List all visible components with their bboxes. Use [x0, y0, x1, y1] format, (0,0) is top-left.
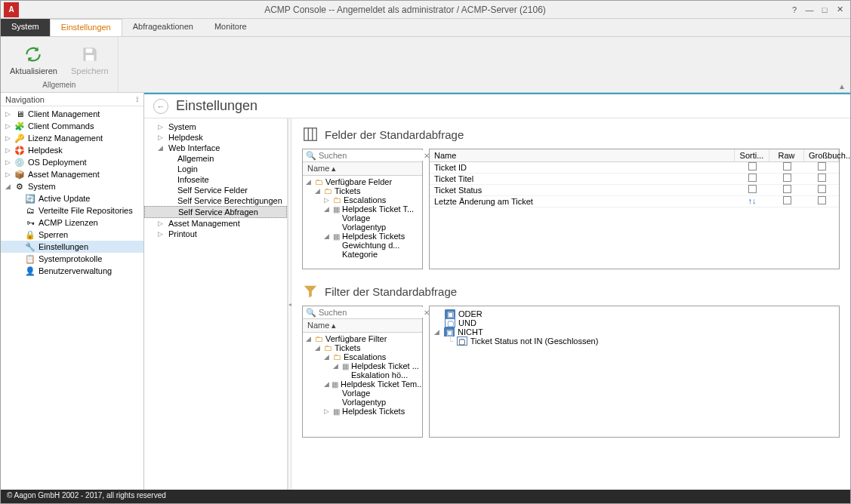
nav-item-client-commands[interactable]: ▷🧩Client Commands	[1, 120, 143, 132]
filter-tree-box: 🔍 ✕ Name ▴ ◢🗀Verfügbare Filter◢🗀Tickets◢…	[302, 306, 423, 438]
nav-item-asset-management[interactable]: ▷📦Asset Management	[1, 168, 143, 180]
tree-node[interactable]: ◢▦Helpdesk Tickets	[304, 232, 421, 241]
tree-node[interactable]: Vorlagentyp	[304, 398, 421, 407]
nav-subitem-benutzerverwaltung[interactable]: 👤Benutzerverwaltung	[1, 265, 143, 277]
grid-col-gross[interactable]: Großbuch...	[804, 149, 839, 161]
tree-node[interactable]: ▷▦Helpdesk Tickets	[304, 407, 421, 416]
tree-node[interactable]: Kategorie	[304, 250, 421, 259]
nav-subitem-einstellungen[interactable]: 🔧Einstellungen	[1, 241, 143, 253]
page-title: Einstellungen	[176, 98, 257, 114]
filter-col-header[interactable]: Name ▴	[303, 319, 422, 333]
filter-expression-box: ▣ ODER ▢ UND ◢ ▣ NICHT	[429, 306, 840, 438]
tree-node[interactable]: ◢▦Helpdesk Ticket T...	[304, 204, 421, 214]
save-label: Speichern	[71, 66, 109, 75]
nav-item-os-deployment[interactable]: ▷💿OS Deployment	[1, 156, 143, 168]
subtree-infoseite[interactable]: Infoseite	[144, 174, 287, 185]
filter-search-input[interactable]	[318, 307, 424, 318]
grid-row[interactable]: Ticket ID	[430, 162, 839, 174]
nav-item-lizenz-management[interactable]: ▷🔑Lizenz Management	[1, 132, 143, 144]
tree-node[interactable]: ◢▦Helpdesk Ticket ...	[304, 361, 421, 370]
nav-item-system[interactable]: ◢⚙System	[1, 180, 143, 192]
nav-subitem-active-update[interactable]: 🔄Active Update	[1, 192, 143, 204]
tree-node[interactable]: Vorlagentyp	[304, 223, 421, 232]
nav-subitem-sperren[interactable]: 🔒Sperren	[1, 229, 143, 241]
subtree-helpdesk[interactable]: ▷Helpdesk	[144, 132, 287, 143]
filter-op-oder[interactable]: ▣ ODER	[433, 309, 836, 318]
tree-node[interactable]: ◢🗀Escalations	[304, 352, 421, 361]
subtree-system[interactable]: ▷System	[144, 121, 287, 132]
section-felder: Felder der Standardabfrage 🔍 ✕ Name ▴ ◢🗀…	[302, 126, 840, 269]
subtree-login[interactable]: Login	[144, 164, 287, 174]
section-title-filter: Filter der Standardabfrage	[325, 285, 457, 298]
subtree-asset-management[interactable]: ▷Asset Management	[144, 218, 287, 229]
refresh-label: Aktualisieren	[10, 66, 57, 75]
tab-einstellungen[interactable]: Einstellungen	[50, 19, 122, 36]
subtree-web-interface[interactable]: ◢Web Interface	[144, 143, 287, 153]
refresh-button[interactable]: Aktualisieren	[5, 42, 62, 77]
content-area: ← Einstellungen ▷System▷Helpdesk◢Web Int…	[144, 93, 850, 490]
subtree-printout[interactable]: ▷Printout	[144, 229, 287, 239]
section-title-felder: Felder der Standardabfrage	[325, 128, 464, 141]
svg-rect-0	[85, 48, 92, 52]
nav-subitem-systemprotokolle[interactable]: 📋Systemprotokolle	[1, 253, 143, 265]
filter-op-und[interactable]: ▢ UND	[433, 318, 836, 327]
tree-node[interactable]: ◢▦Helpdesk Ticket Tem...	[304, 380, 421, 389]
app-logo: A	[4, 2, 19, 17]
tree-node[interactable]: ▷🗀Escalations	[304, 195, 421, 204]
grid-col-name[interactable]: Name	[430, 149, 735, 161]
refresh-icon	[23, 44, 44, 65]
felder-search-input[interactable]	[318, 150, 424, 161]
maximize-icon[interactable]: □	[819, 4, 831, 16]
subtree-self-service-berechtigungen[interactable]: Self Service Berechtigungen	[144, 195, 287, 206]
felder-grid: Name Sorti... Raw Großbuch... Ticket IDT…	[429, 149, 840, 269]
tree-node[interactable]: Gewichtung d...	[304, 241, 421, 250]
nav-subitem-verteilte-file-repositories[interactable]: 🗂Verteilte File Repositories	[1, 204, 143, 217]
tree-node[interactable]: Vorlage	[304, 389, 421, 398]
nav-item-helpdesk[interactable]: ▷🛟Helpdesk	[1, 144, 143, 156]
tree-node[interactable]: ◢🗀Tickets	[304, 343, 421, 352]
nav-subitem-acmp-lizenzen[interactable]: 🗝ACMP Lizenzen	[1, 217, 143, 229]
grid-col-sort[interactable]: Sorti...	[735, 149, 769, 161]
grid-row[interactable]: Letzte Änderung am Ticket↑↓	[430, 196, 839, 207]
subtree-self-service-abfragen[interactable]: Self Service Abfragen	[144, 206, 287, 218]
tree-node[interactable]: ◢🗀Tickets	[304, 186, 421, 195]
felder-col-header[interactable]: Name ▴	[303, 162, 422, 176]
filter-op-nicht[interactable]: ◢ ▣ NICHT	[433, 327, 836, 337]
grid-col-raw[interactable]: Raw	[769, 149, 804, 161]
tab-monitore[interactable]: Monitore	[204, 19, 257, 36]
save-button[interactable]: Speichern	[66, 42, 113, 77]
minimize-icon[interactable]: —	[803, 4, 816, 16]
tree-node[interactable]: Eskalation hö...	[304, 370, 421, 380]
tree-node[interactable]: ◢🗀Verfügbare Felder	[304, 177, 421, 186]
pin-icon[interactable]: ⟟	[136, 95, 139, 104]
svg-rect-1	[85, 55, 94, 61]
funnel-icon	[302, 283, 319, 300]
ribbon: Aktualisieren Speichern Allgemein ▲	[1, 37, 850, 93]
subtree-self-service-felder[interactable]: Self Service Felder	[144, 185, 287, 195]
tree-node[interactable]: ◢🗀Verfügbare Filter	[304, 334, 421, 343]
status-footer: © Aagon GmbH 2002 - 2017, all rights res…	[1, 490, 850, 503]
navigation-title: Navigation	[5, 95, 45, 104]
search-icon: 🔍	[306, 308, 316, 318]
back-button[interactable]: ←	[153, 99, 168, 114]
grid-row[interactable]: Ticket Status	[430, 185, 839, 196]
window-title: ACMP Console -- Angemeldet als administr…	[22, 5, 788, 15]
nicht-icon: ▣	[444, 327, 455, 337]
help-icon[interactable]: ?	[788, 4, 800, 16]
tab-abfrageaktionen[interactable]: Abfrageaktionen	[122, 19, 204, 36]
close-icon[interactable]: ✕	[834, 4, 846, 16]
search-icon: 🔍	[306, 151, 316, 161]
tab-system[interactable]: System	[1, 19, 50, 36]
svg-rect-2	[304, 128, 317, 141]
section-filter: Filter der Standardabfrage 🔍 ✕ Name ▴ ◢🗀…	[302, 283, 840, 438]
subtree-allgemein[interactable]: Allgemein	[144, 153, 287, 164]
ribbon-collapse-icon[interactable]: ▲	[838, 82, 846, 91]
tree-node[interactable]: Vorlage	[304, 214, 421, 223]
columns-icon	[302, 126, 319, 143]
menubar: System Einstellungen Abfrageaktionen Mon…	[1, 19, 850, 37]
navigation-panel: Navigation ⟟ ▷🖥Client Management▷🧩Client…	[1, 93, 144, 490]
nav-item-client-management[interactable]: ▷🖥Client Management	[1, 108, 143, 120]
detail-panel: Felder der Standardabfrage 🔍 ✕ Name ▴ ◢🗀…	[291, 118, 850, 490]
filter-condition[interactable]: └ ▢ Ticket Status not IN (Geschlossen)	[433, 337, 836, 346]
grid-row[interactable]: Ticket Titel	[430, 174, 839, 185]
